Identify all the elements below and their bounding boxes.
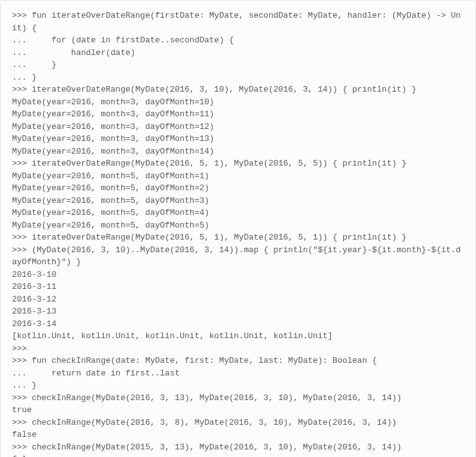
code-line: [kotlin.Unit, kotlin.Unit, kotlin.Unit, … xyxy=(12,330,464,343)
code-line: MyDate(year=2016, month=3, dayOfMonth=10… xyxy=(12,96,464,109)
code-line: false xyxy=(12,429,464,441)
code-line: true xyxy=(12,404,464,417)
code-line: >>> checkInRange(MyDate(2015, 3, 13), My… xyxy=(12,441,464,454)
code-line: false xyxy=(12,453,464,457)
code-line: MyDate(year=2016, month=5, dayOfMonth=1) xyxy=(12,170,464,183)
code-line: MyDate(year=2016, month=5, dayOfMonth=5) xyxy=(12,219,464,232)
code-line: ... } xyxy=(12,59,464,71)
code-line: >>> fun checkInRange(date: MyDate, first… xyxy=(12,355,464,367)
code-line: >>> iterateOverDateRange(MyDate(2016, 3,… xyxy=(12,83,464,96)
code-line: >>> fun iterateOverDateRange(firstDate: … xyxy=(12,9,464,34)
code-line: >>> (MyDate(2016, 3, 10)..MyDate(2016, 3… xyxy=(12,244,464,269)
code-line: >>> xyxy=(12,343,464,355)
code-line: MyDate(year=2016, month=5, dayOfMonth=4) xyxy=(12,207,464,219)
code-line: MyDate(year=2016, month=3, dayOfMonth=14… xyxy=(12,145,464,158)
code-block: >>> fun iterateOverDateRange(firstDate: … xyxy=(0,0,476,457)
code-line: ... return date in first..last xyxy=(12,367,464,380)
code-line: MyDate(year=2016, month=3, dayOfMonth=11… xyxy=(12,108,464,121)
code-line: 2016-3-12 xyxy=(12,293,464,306)
code-line: ... handler(date) xyxy=(12,47,464,59)
code-line: MyDate(year=2016, month=3, dayOfMonth=12… xyxy=(12,121,464,133)
code-line: 2016-3-14 xyxy=(12,318,464,331)
code-line: >>> iterateOverDateRange(MyDate(2016, 5,… xyxy=(12,231,464,244)
code-line: MyDate(year=2016, month=3, dayOfMonth=13… xyxy=(12,133,464,145)
code-line: >>> iterateOverDateRange(MyDate(2016, 5,… xyxy=(12,157,464,170)
code-line: MyDate(year=2016, month=5, dayOfMonth=2) xyxy=(12,182,464,195)
code-line: 2016-3-11 xyxy=(12,281,464,293)
code-line: ... for (date in firstDate..secondDate) … xyxy=(12,34,464,47)
code-line: 2016-3-13 xyxy=(12,305,464,318)
code-line: >>> checkInRange(MyDate(2016, 3, 13), My… xyxy=(12,392,464,405)
code-line: >>> checkInRange(MyDate(2016, 3, 8), MyD… xyxy=(12,417,464,429)
code-line: ... } xyxy=(12,379,464,392)
code-line: ... } xyxy=(12,71,464,84)
code-line: 2016-3-10 xyxy=(12,269,464,281)
code-line: MyDate(year=2016, month=5, dayOfMonth=3) xyxy=(12,195,464,207)
